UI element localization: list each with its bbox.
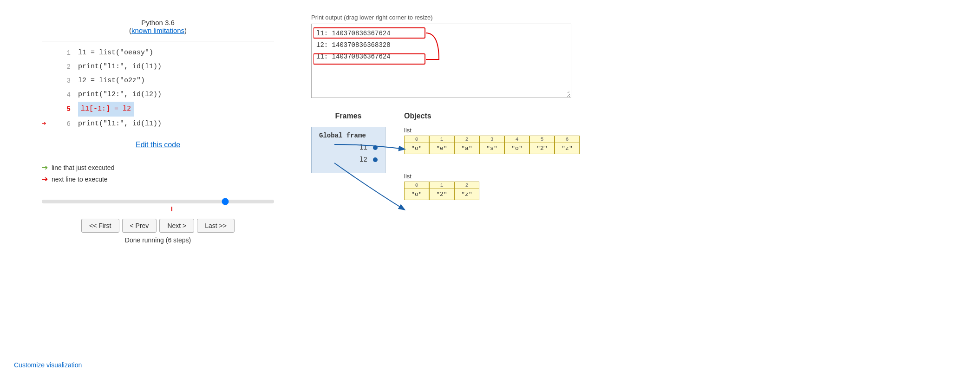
right-panel: Print output (drag lower right corner to… <box>302 9 966 369</box>
list1-cell-4: 4 "o" <box>504 136 529 154</box>
resize-handle-icon[interactable]: ⌟ <box>567 86 570 97</box>
main-container: Python 3.6 (known limitations) 1 l1 = li… <box>0 0 980 378</box>
line-arrow-6: ➔ <box>42 117 53 131</box>
line-arrow-2 <box>42 60 53 74</box>
code-line-6: ➔ 6 print("l1:", id(l1)) <box>42 117 274 131</box>
code-line-2: 2 print("l1:", id(l1)) <box>42 60 274 74</box>
output-line-1: l1: 140370836367624 <box>316 28 566 39</box>
nav-buttons: << First < Prev Next > Last >> <box>81 219 235 233</box>
line-arrow-3 <box>42 74 53 88</box>
code-text-2: print("l1:", id(l1)) <box>78 60 162 74</box>
code-block: 1 l1 = list("oeasy") 2 print("l1:", id(l… <box>42 46 274 131</box>
object-group-list2: list 0 "o" 1 "2" 2 <box>404 173 580 200</box>
code-text-5: l1[-1:] = l2 <box>78 102 134 117</box>
frame-var-name-l2: l2 <box>359 156 367 163</box>
list1-type-label: list <box>404 127 580 134</box>
frames-header: Frames <box>335 112 362 120</box>
code-text-6: print("l1:", id(l1)) <box>78 117 162 131</box>
done-text: Done running (6 steps) <box>125 236 191 244</box>
frames-section: Frames Global frame l1 l2 <box>311 112 385 173</box>
code-divider <box>42 41 274 41</box>
object-group-list1: list 0 "o" 1 "e" 2 <box>404 127 580 154</box>
line-num-4: 4 <box>57 88 71 101</box>
objects-section: list 0 "o" 1 "e" 2 <box>404 127 580 200</box>
prev-button[interactable]: < Prev <box>122 219 157 233</box>
edit-this-code-link[interactable]: Edit this code <box>136 141 180 149</box>
python-title: Python 3.6 (known limitations) <box>129 19 187 34</box>
customize-visualization-link[interactable]: Customize visualization <box>14 361 82 369</box>
legend-green-label: line that just executed <box>52 164 114 171</box>
frame-var-l1: l1 <box>319 144 378 151</box>
list1-cell-1: 1 "e" <box>429 136 454 154</box>
legend: ➔ line that just executed ➔ next line to… <box>42 163 274 186</box>
first-button[interactable]: << First <box>81 219 119 233</box>
global-frame-title: Global frame <box>319 132 378 139</box>
frame-var-dot-l2 <box>373 157 378 162</box>
code-text-3: l2 = list("o2z") <box>78 74 145 88</box>
next-button[interactable]: Next > <box>159 219 194 233</box>
line-arrow-5 <box>42 102 53 116</box>
objects-with-arrows: Objects lis <box>404 112 580 200</box>
step-scrubber[interactable] <box>42 200 274 203</box>
code-line-3: 3 l2 = list("o2z") <box>42 74 274 88</box>
print-output-box[interactable]: l1: 140370836367624 l2: 140370836368328 … <box>311 24 571 98</box>
frame-var-l2: l2 <box>319 156 378 163</box>
legend-red-label: next line to execute <box>52 176 108 183</box>
line-num-2: 2 <box>57 60 71 73</box>
print-output-label: Print output (drag lower right corner to… <box>311 14 957 21</box>
list2-array: 0 "o" 1 "2" 2 "z" <box>404 182 580 200</box>
legend-red: ➔ next line to execute <box>42 175 274 183</box>
line-arrow-4 <box>42 88 53 102</box>
list2-cell-1: 1 "2" <box>429 182 454 200</box>
red-arrow-icon: ➔ <box>42 175 48 183</box>
code-line-4: 4 print("l2:", id(l2)) <box>42 88 274 102</box>
list1-cell-2: 2 "a" <box>454 136 479 154</box>
list1-cell-0: 0 "o" <box>404 136 429 154</box>
list1-cell-3: 3 "s" <box>479 136 504 154</box>
legend-green: ➔ line that just executed <box>42 163 274 172</box>
code-line-1: 1 l1 = list("oeasy") <box>42 46 274 60</box>
line-num-3: 3 <box>57 74 71 87</box>
frames-objects-section: Frames Global frame l1 l2 Objects <box>311 112 957 200</box>
left-panel: Python 3.6 (known limitations) 1 l1 = li… <box>14 9 302 369</box>
list2-cell-2: 2 "z" <box>454 182 479 200</box>
scrubber-tick <box>171 207 172 211</box>
list1-cell-5: 5 "2" <box>529 136 555 154</box>
scrubber-marker <box>42 207 274 211</box>
last-button[interactable]: Last >> <box>197 219 235 233</box>
list2-type-label: list <box>404 173 580 180</box>
frame-var-name-l1: l1 <box>359 144 367 151</box>
output-line-2: l2: 140370836368328 <box>316 39 566 51</box>
line-num-6: 6 <box>57 117 71 130</box>
list2-cell-0: 0 "o" <box>404 182 429 200</box>
list1-array: 0 "o" 1 "e" 2 "a" <box>404 136 580 154</box>
code-text-1: l1 = list("oeasy") <box>78 46 153 60</box>
objects-header: Objects <box>404 112 580 120</box>
code-text-4: print("l2:", id(l2)) <box>78 88 162 102</box>
output-wrapper: l1: 140370836367624 l2: 140370836368328 … <box>311 24 957 98</box>
frame-var-dot-l1 <box>373 145 378 150</box>
python-version-label: Python 3.6 <box>141 19 175 26</box>
output-line-3: l1: 140370836367624 <box>316 51 566 63</box>
line-num-1: 1 <box>57 46 71 59</box>
scrubber-container <box>42 197 274 211</box>
known-limitations-link[interactable]: known limitations <box>131 26 184 34</box>
green-arrow-icon: ➔ <box>42 163 48 172</box>
line-arrow-1 <box>42 46 53 60</box>
list1-cell-6: 6 "z" <box>555 136 580 154</box>
global-frame: Global frame l1 l2 <box>311 127 385 173</box>
code-line-5: 5 l1[-1:] = l2 <box>42 102 274 117</box>
line-num-5: 5 <box>57 103 71 116</box>
